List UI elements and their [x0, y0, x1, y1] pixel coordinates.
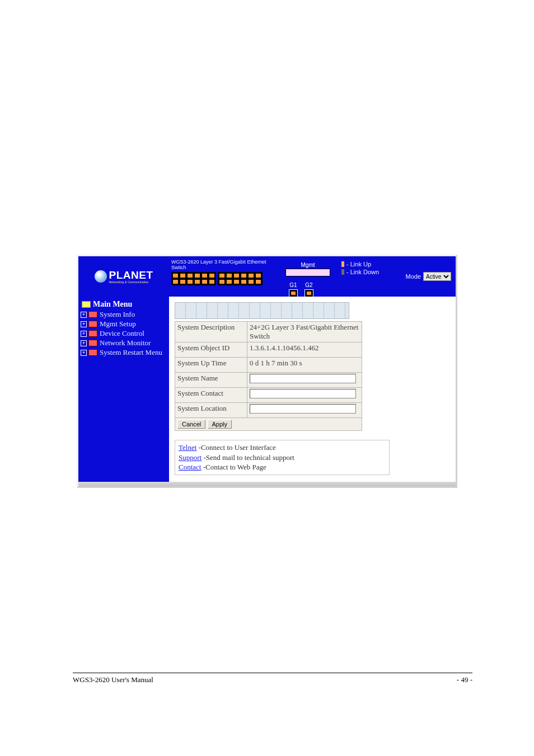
switch-model: WGS3-2620 Layer 3 Fast/Gigabit Ethernet … [171, 260, 282, 271]
sidebar-item-system-info[interactable]: + System Info [81, 310, 167, 320]
logo-name: PLANET [109, 270, 153, 280]
sys-desc-label: System Description [175, 322, 247, 342]
sidebar-item-system-restart[interactable]: + System Restart Menu [81, 348, 167, 358]
contact-link[interactable]: Contact [179, 463, 201, 471]
statusbar [78, 482, 456, 486]
apply-button[interactable]: Apply [208, 420, 232, 429]
sys-uptime-label: System Up Time [175, 358, 247, 373]
expand-icon[interactable]: + [81, 321, 87, 327]
expand-icon[interactable]: + [81, 350, 87, 356]
expand-icon[interactable]: + [81, 312, 87, 318]
switch-panel: WGS3-2620 Layer 3 Fast/Gigabit Ethernet … [167, 256, 336, 297]
telnet-link[interactable]: Telnet [179, 443, 196, 452]
mgmt-label: Mgmt [285, 262, 330, 268]
gig-port-1: G1 [289, 282, 298, 297]
table-row: System Name [175, 373, 362, 388]
globe-icon [95, 270, 107, 283]
legend: - Link Up - Link Down [336, 256, 382, 297]
sys-uptime-value: 0 d 1 h 7 min 30 s [247, 358, 362, 373]
support-link[interactable]: Support [179, 453, 202, 462]
support-text: -Send mail to technical support [202, 453, 294, 462]
telnet-text: -Connect to User Interface [196, 443, 276, 452]
sys-oid-label: System Object ID [175, 342, 247, 358]
sys-desc-value: 24+2G Layer 3 Fast/Gigabit Ethernet Swit… [247, 322, 362, 342]
table-row: System Location [175, 403, 362, 418]
led-up-icon [341, 261, 344, 267]
expand-icon[interactable]: + [81, 331, 87, 337]
table-row: System Up Time 0 d 1 h 7 min 30 s [175, 358, 362, 373]
expand-icon[interactable]: + [81, 340, 87, 346]
folder-icon [88, 311, 97, 318]
sidebar-item-mgmt-setup[interactable]: + Mgmt Setup [81, 320, 167, 329]
mgmt-area: Mgmt G1 G2 [282, 260, 334, 302]
sys-location-input[interactable] [250, 404, 356, 414]
mode-label: Mode [405, 273, 421, 280]
sys-name-input[interactable] [250, 374, 356, 383]
sys-oid-value: 1.3.6.1.4.1.10456.1.462 [247, 342, 362, 358]
table-row: System Object ID 1.3.6.1.4.1.10456.1.462 [175, 342, 362, 358]
footer-right: - 49 - [457, 675, 472, 684]
table-row: System Description 24+2G Layer 3 Fast/Gi… [175, 322, 362, 342]
sidebar: Main Menu + System Info + Mgmt Setup + D… [78, 297, 169, 482]
sys-location-label: System Location [175, 403, 247, 418]
logo-area: PLANET Networking & Communication [78, 256, 167, 297]
logo-tagline: Networking & Communication [109, 281, 153, 284]
mode-select[interactable]: Active [423, 272, 451, 281]
system-info-table: System Description 24+2G Layer 3 Fast/Gi… [175, 321, 362, 418]
sys-contact-label: System Contact [175, 388, 247, 403]
content-area: System Description 24+2G Layer 3 Fast/Gi… [169, 297, 456, 482]
folder-icon [88, 349, 97, 356]
page-footer: WGS3-2620 User's Manual - 49 - [73, 675, 472, 696]
header-bar: PLANET Networking & Communication WGS3-2… [78, 256, 456, 297]
table-row: System Contact [175, 388, 362, 403]
chart-placeholder [175, 302, 349, 319]
led-down-icon [341, 269, 344, 275]
sidebar-item-device-control[interactable]: + Device Control [81, 329, 167, 339]
screenshot-frame: PLANET Networking & Communication WGS3-2… [77, 255, 457, 488]
main-menu-title: Main Menu [81, 300, 167, 309]
folder-icon [88, 321, 97, 327]
mode-area: Mode Active [405, 256, 456, 297]
gig-port-2: G2 [305, 282, 313, 297]
footer-rule [73, 673, 472, 673]
cancel-button[interactable]: Cancel [177, 420, 205, 429]
sidebar-item-network-monitor[interactable]: + Network Monitor [81, 339, 167, 348]
mgmt-bar [285, 269, 330, 276]
sys-name-label: System Name [175, 373, 247, 388]
port-panel [171, 272, 282, 285]
footer-left: WGS3-2620 User's Manual [73, 675, 153, 684]
sys-contact-input[interactable] [250, 389, 356, 398]
folder-icon [88, 340, 97, 346]
folder-open-icon [82, 301, 91, 308]
quick-links: Telnet -Connect to User Interface Suppor… [175, 440, 390, 475]
contact-text: -Contact to Web Page [201, 463, 266, 471]
folder-icon [88, 330, 97, 337]
